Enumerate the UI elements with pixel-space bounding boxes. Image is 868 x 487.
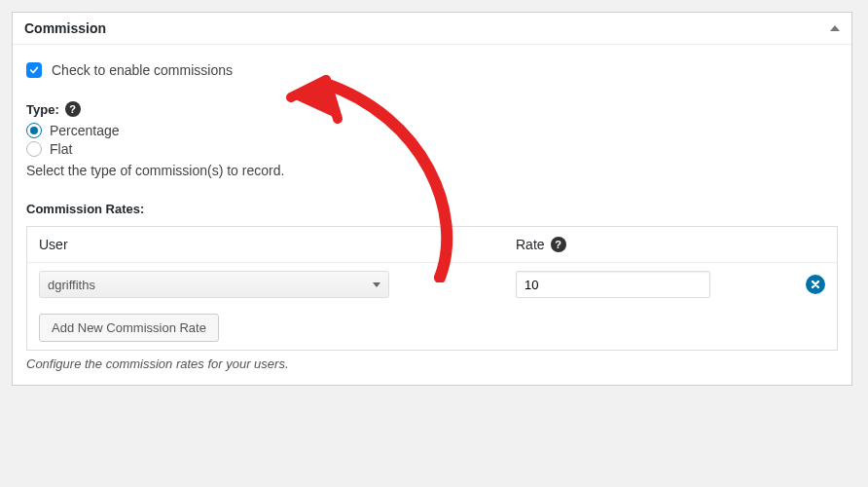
rate-input[interactable] — [516, 271, 710, 298]
remove-row-button[interactable] — [806, 275, 825, 294]
add-commission-rate-button[interactable]: Add New Commission Rate — [39, 314, 219, 342]
col-rate-label: Rate — [516, 237, 545, 252]
rates-table-header: User Rate ? — [27, 227, 837, 263]
type-label-row: Type: ? — [26, 101, 838, 117]
help-icon[interactable]: ? — [551, 237, 566, 252]
commission-metabox: Commission Check to enable commissions T… — [12, 12, 852, 386]
col-user-header: User — [39, 237, 516, 252]
type-option-flat[interactable]: Flat — [26, 141, 838, 157]
type-field: Type: ? Percentage Flat Select the type … — [26, 101, 838, 178]
panel-title: Commission — [24, 20, 106, 36]
radio-flat-label[interactable]: Flat — [50, 141, 72, 157]
col-rate-header: Rate ? — [516, 237, 825, 252]
user-select-value: dgriffiths — [48, 278, 95, 292]
radio-percentage-label[interactable]: Percentage — [50, 123, 120, 138]
chevron-down-icon — [373, 282, 380, 287]
rates-heading: Commission Rates: — [26, 202, 838, 216]
help-icon[interactable]: ? — [65, 101, 81, 117]
type-help-text: Select the type of commission(s) to reco… — [26, 163, 838, 178]
check-icon — [29, 65, 39, 75]
rates-footer-help: Configure the commission rates for your … — [26, 356, 838, 371]
user-select[interactable]: dgriffiths — [39, 271, 389, 298]
enable-commissions-checkbox[interactable] — [26, 62, 42, 78]
collapse-icon[interactable] — [830, 25, 840, 31]
radio-flat[interactable] — [26, 141, 42, 157]
rate-cell — [516, 271, 825, 298]
table-row: dgriffiths — [27, 263, 837, 306]
rates-table: User Rate ? dgriffiths — [26, 226, 838, 351]
panel-header[interactable]: Commission — [13, 13, 851, 45]
type-label: Type: — [26, 102, 59, 117]
panel-body: Check to enable commissions Type: ? Perc… — [13, 45, 851, 385]
user-cell: dgriffiths — [39, 271, 516, 298]
type-option-percentage[interactable]: Percentage — [26, 123, 838, 138]
enable-commissions-row: Check to enable commissions — [26, 62, 838, 78]
enable-commissions-label[interactable]: Check to enable commissions — [52, 62, 233, 78]
add-row: Add New Commission Rate — [27, 306, 837, 350]
close-icon — [810, 279, 821, 290]
radio-percentage[interactable] — [26, 123, 42, 138]
